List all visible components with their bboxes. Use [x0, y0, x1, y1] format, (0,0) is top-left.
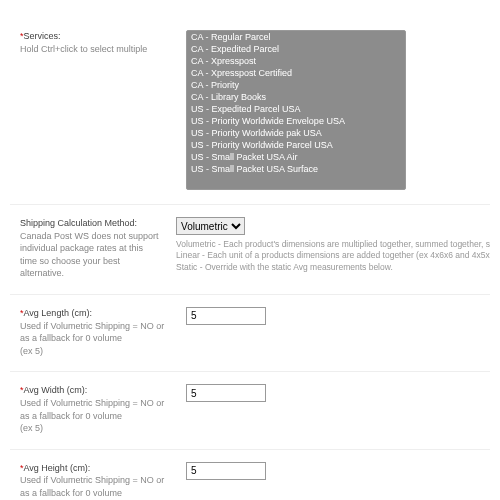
- avg-length-label-col: *Avg Length (cm): Used if Volumetric Shi…: [10, 307, 180, 357]
- services-select[interactable]: CA - Regular ParcelCA - Expedited Parcel…: [186, 30, 406, 190]
- services-option[interactable]: CA - Xpresspost: [187, 55, 405, 67]
- avg-height-label: Avg Height (cm):: [24, 463, 91, 473]
- avg-width-field: [180, 384, 490, 402]
- calc-method-field: Volumetric Volumetric - Each product's d…: [170, 217, 490, 273]
- calc-method-help: Volumetric - Each product's dimensions a…: [176, 239, 490, 273]
- avg-height-input[interactable]: [186, 462, 266, 480]
- services-option[interactable]: CA - Xpresspost Certified: [187, 67, 405, 79]
- avg-length-sublabel: Used if Volumetric Shipping = NO or as a…: [20, 321, 164, 356]
- services-option[interactable]: US - Priority Worldwide Envelope USA: [187, 115, 405, 127]
- avg-length-input[interactable]: [186, 307, 266, 325]
- avg-width-row: *Avg Width (cm): Used if Volumetric Ship…: [10, 372, 490, 449]
- avg-length-field: [180, 307, 490, 325]
- avg-width-label-col: *Avg Width (cm): Used if Volumetric Ship…: [10, 384, 180, 434]
- services-row: *Services: Hold Ctrl+click to select mul…: [10, 18, 490, 205]
- services-option[interactable]: US - Priority Worldwide pak USA: [187, 127, 405, 139]
- avg-length-row: *Avg Length (cm): Used if Volumetric Shi…: [10, 295, 490, 372]
- services-tip: Hold Ctrl+click to select multiple: [20, 44, 147, 54]
- calc-method-select[interactable]: Volumetric: [176, 217, 245, 235]
- avg-height-row: *Avg Height (cm): Used if Volumetric Shi…: [10, 450, 490, 500]
- avg-length-label: Avg Length (cm):: [24, 308, 92, 318]
- avg-width-input[interactable]: [186, 384, 266, 402]
- avg-height-label-col: *Avg Height (cm): Used if Volumetric Shi…: [10, 462, 180, 500]
- avg-height-sublabel: Used if Volumetric Shipping = NO or as a…: [20, 475, 164, 500]
- services-option[interactable]: US - Small Packet USA Air: [187, 151, 405, 163]
- services-option[interactable]: CA - Expedited Parcel: [187, 43, 405, 55]
- services-option[interactable]: CA - Library Books: [187, 91, 405, 103]
- avg-width-label: Avg Width (cm):: [24, 385, 88, 395]
- services-option[interactable]: US - Priority Worldwide Parcel USA: [187, 139, 405, 151]
- services-option[interactable]: CA - Priority: [187, 79, 405, 91]
- calc-method-label-col: Shipping Calculation Method: Canada Post…: [10, 217, 170, 280]
- services-label-col: *Services: Hold Ctrl+click to select mul…: [10, 30, 180, 55]
- calc-method-label: Shipping Calculation Method:: [20, 218, 137, 228]
- services-label: Services:: [24, 31, 61, 41]
- avg-height-field: [180, 462, 490, 480]
- calc-method-sublabel: Canada Post WS does not support individu…: [20, 231, 159, 279]
- services-option[interactable]: US - Small Packet USA Surface: [187, 163, 405, 175]
- calc-method-row: Shipping Calculation Method: Canada Post…: [10, 205, 490, 295]
- services-option[interactable]: CA - Regular Parcel: [187, 31, 405, 43]
- services-field: CA - Regular ParcelCA - Expedited Parcel…: [180, 30, 490, 190]
- services-option[interactable]: US - Expedited Parcel USA: [187, 103, 405, 115]
- avg-width-sublabel: Used if Volumetric Shipping = NO or as a…: [20, 398, 164, 433]
